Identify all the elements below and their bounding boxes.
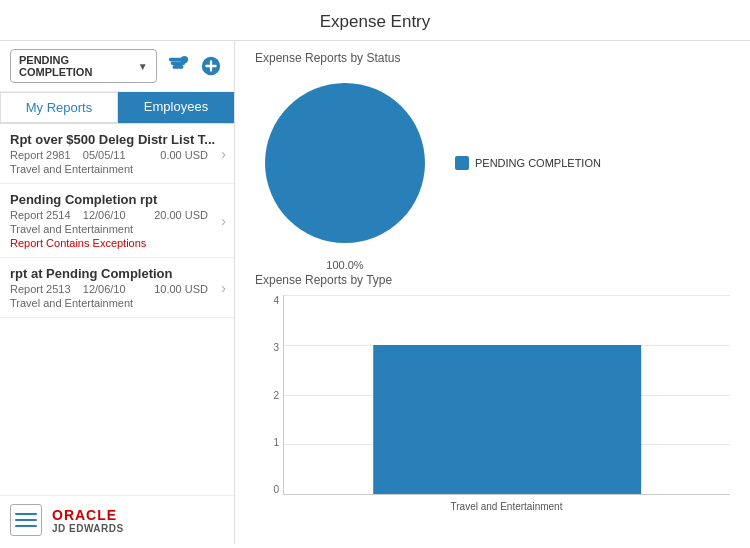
report-title-3: rpt at Pending Completion (10, 266, 224, 281)
y-label-2: 2 (255, 390, 279, 401)
bar-travel-entertainment (373, 345, 641, 494)
filter-icon: + (167, 55, 189, 77)
hamburger-menu-button[interactable] (10, 504, 42, 536)
report-amount-3: 10.00 USD (154, 283, 208, 295)
bar-chart-label: Expense Reports by Type (255, 273, 730, 287)
add-icon (200, 55, 222, 77)
x-label-travel: Travel and Entertainment (451, 501, 563, 512)
page-header: Expense Entry (0, 0, 750, 41)
legend-item-pending: PENDING COMPLETION (455, 156, 601, 170)
plot-area (283, 295, 730, 495)
page-title: Expense Entry (320, 12, 431, 31)
chevron-right-icon-3: › (221, 280, 226, 296)
report-exception-2: Report Contains Exceptions (10, 237, 224, 249)
left-footer: ORACLE JD EDWARDS (0, 495, 234, 544)
gridline-4 (284, 295, 730, 296)
report-meta-3: Report 2513 12/06/10 10.00 USD (10, 283, 224, 295)
left-panel: PENDING COMPLETION ▼ + (0, 41, 235, 544)
report-meta-1: Report 2981 05/05/11 0.00 USD (10, 149, 224, 161)
y-label-0: 0 (255, 484, 279, 495)
report-item-1[interactable]: Rpt over $500 Deleg Distr List T... Repo… (0, 124, 234, 184)
svg-point-8 (265, 83, 425, 243)
chevron-right-icon-1: › (221, 146, 226, 162)
legend-label-pending: PENDING COMPLETION (475, 157, 601, 169)
pie-chart-label: Expense Reports by Status (255, 51, 730, 65)
oracle-sub-brand: JD EDWARDS (52, 523, 124, 534)
oracle-brand-name: ORACLE (52, 507, 117, 523)
svg-text:+: + (182, 57, 185, 63)
report-number-3: Report 2513 12/06/10 (10, 283, 126, 295)
pie-chart-visual: 100.0% (255, 73, 435, 253)
y-label-3: 3 (255, 342, 279, 353)
bar-chart-wrapper: 4 3 2 1 0 (255, 295, 730, 513)
report-item-2[interactable]: Pending Completion rpt Report 2514 12/06… (0, 184, 234, 258)
report-amount-1: 0.00 USD (160, 149, 208, 161)
x-axis-labels: Travel and Entertainment (283, 499, 730, 513)
pie-svg (255, 73, 435, 253)
filter-icon-button[interactable]: + (165, 52, 191, 80)
report-item-3[interactable]: rpt at Pending Completion Report 2513 12… (0, 258, 234, 318)
pie-legend: PENDING COMPLETION (455, 156, 601, 170)
report-meta-2: Report 2514 12/06/10 20.00 USD (10, 209, 224, 221)
report-title-1: Rpt over $500 Deleg Distr List T... (10, 132, 224, 147)
pie-percentage-label: 100.0% (326, 259, 363, 271)
menu-line-1 (15, 513, 37, 515)
tab-bar: My Reports Employees (0, 92, 234, 124)
status-label: PENDING COMPLETION (19, 54, 134, 78)
report-category-2: Travel and Entertainment (10, 223, 224, 235)
report-category-1: Travel and Entertainment (10, 163, 224, 175)
tab-employees[interactable]: Employees (118, 92, 234, 123)
bar-chart-section: Expense Reports by Type 4 3 2 1 0 (255, 273, 730, 513)
chevron-down-icon: ▼ (138, 61, 148, 72)
svg-rect-2 (173, 66, 182, 68)
status-dropdown[interactable]: PENDING COMPLETION ▼ (10, 49, 157, 83)
report-title-2: Pending Completion rpt (10, 192, 224, 207)
bar-chart-inner: 4 3 2 1 0 (255, 295, 730, 495)
y-label-4: 4 (255, 295, 279, 306)
oracle-logo: ORACLE JD EDWARDS (52, 507, 124, 534)
chevron-right-icon-2: › (221, 213, 226, 229)
pie-chart-container: 100.0% PENDING COMPLETION (255, 73, 730, 253)
add-button[interactable] (198, 52, 224, 80)
menu-line-2 (15, 519, 37, 521)
legend-color-pending (455, 156, 469, 170)
main-layout: PENDING COMPLETION ▼ + (0, 41, 750, 544)
y-label-1: 1 (255, 437, 279, 448)
menu-line-3 (15, 525, 37, 527)
report-category-3: Travel and Entertainment (10, 297, 224, 309)
toolbar: PENDING COMPLETION ▼ + (0, 41, 234, 92)
tab-my-reports[interactable]: My Reports (0, 92, 118, 123)
report-number-1: Report 2981 05/05/11 (10, 149, 126, 161)
report-list: Rpt over $500 Deleg Distr List T... Repo… (0, 124, 234, 495)
right-panel: Expense Reports by Status 100.0% PENDING… (235, 41, 750, 544)
report-amount-2: 20.00 USD (154, 209, 208, 221)
y-axis: 4 3 2 1 0 (255, 295, 279, 495)
report-number-2: Report 2514 12/06/10 (10, 209, 126, 221)
pie-chart-section: Expense Reports by Status 100.0% PENDING… (255, 51, 730, 253)
